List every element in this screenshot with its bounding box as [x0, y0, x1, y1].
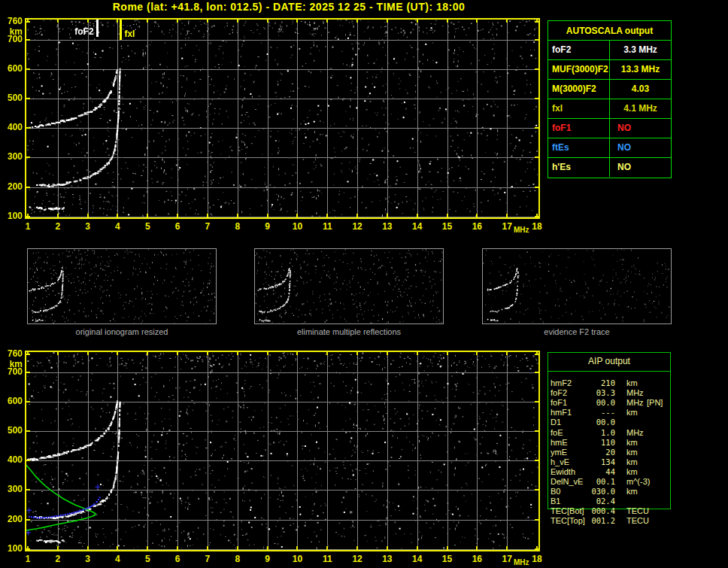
- x-tick-label: 15: [439, 222, 456, 232]
- x-tick-label: 8: [229, 554, 246, 564]
- x-tick-label: 10: [289, 222, 305, 232]
- autoscala-row-ftes: ftEsNO: [548, 138, 671, 157]
- x-tick-label: 4: [109, 554, 126, 564]
- aip-row-unit: km: [626, 457, 638, 467]
- aip-row-ewidth: Ewidth44km: [548, 467, 675, 477]
- autoscala-output-window: Rome (lat: +41.8, lon: 012.5) - DATE: 20…: [0, 0, 728, 568]
- x-tick-label: 7: [199, 554, 216, 564]
- x-tick-label: 13: [379, 554, 396, 564]
- x-tick-label: 14: [409, 222, 426, 232]
- x-tick-label: 16: [469, 222, 485, 232]
- aip-row-yme: ymE20km: [548, 448, 675, 457]
- x-tick-label: 3: [80, 554, 96, 564]
- autoscala-row-label: M(3000)F2: [548, 80, 610, 99]
- autoscala-row-label: fxI: [548, 99, 610, 118]
- thumb-original-ionogram: [27, 248, 217, 324]
- aip-panel-header: AIP output: [548, 356, 671, 366]
- aip-row-value: 00.1: [575, 477, 615, 487]
- x-tick-label: 17: [499, 554, 515, 564]
- aip-row-deln-ve: DelN_vE00.1m^(-3): [548, 477, 675, 487]
- aip-row-value: 03.3: [575, 388, 615, 398]
- x-tick-label: 18: [529, 222, 545, 232]
- aip-row-fof1: foF100.0MHz[PN]: [548, 398, 675, 408]
- autoscala-row-label: MUF(3000)F2: [548, 60, 610, 79]
- x-tick-label: 3: [80, 222, 96, 232]
- thumb-eliminate-reflections: [254, 248, 444, 324]
- aip-row-fof2: foF203.3MHz: [548, 388, 675, 398]
- x-tick-label: 10: [289, 554, 305, 564]
- x-tick-label: 8: [229, 222, 246, 232]
- y-tick-label: 760: [0, 349, 23, 359]
- aip-header-divider: [548, 371, 671, 372]
- autoscala-row-value: NO: [610, 119, 671, 138]
- aip-row-tec-bot-: TEC[Bot]000.4TECU: [548, 506, 675, 516]
- thumb-original-canvas: [28, 249, 216, 323]
- aip-row-value: 001.2: [575, 516, 615, 526]
- x-tick-label: 18: [529, 554, 545, 564]
- aip-row-d1: D100.0: [548, 418, 675, 427]
- x-tick-label: 6: [169, 222, 186, 232]
- aip-row-label: B0: [551, 487, 560, 497]
- aip-row-value: 44: [575, 467, 615, 477]
- autoscala-row-label: ftEs: [548, 138, 610, 157]
- autoscala-row-muf-3000-f2: MUF(3000)F213.3 MHz: [548, 59, 671, 79]
- fxi-marker-label: fxI: [124, 29, 135, 38]
- aip-row-label: B1: [551, 497, 560, 506]
- aip-row-foe: foE1.0MHz: [548, 428, 675, 438]
- x-axis-unit-label: MHz: [514, 558, 529, 566]
- x-tick-label: 15: [439, 554, 456, 564]
- aip-row-unit: km: [626, 448, 638, 457]
- autoscala-row-fof2: foF23.3 MHz: [548, 40, 671, 59]
- fof2-marker-label: foF2: [64, 27, 94, 36]
- aip-row-label: ymE: [551, 448, 567, 457]
- autoscala-row-fxi: fxI4.1 MHz: [548, 99, 671, 118]
- x-tick-label: 14: [409, 554, 426, 564]
- aip-row-unit: m^(-3): [626, 477, 650, 487]
- aip-row-label: hmF2: [551, 378, 572, 388]
- aip-row-label: hmE: [551, 438, 568, 448]
- aip-row-label: foF1: [551, 398, 567, 408]
- y-tick-label: 300: [0, 152, 23, 162]
- aip-row-unit: TECU: [626, 516, 649, 526]
- thumb-evidence-canvas: [483, 249, 671, 323]
- aip-row-value: 00.0: [575, 418, 615, 427]
- thumb-evidence-caption: evidence F2 trace: [482, 327, 672, 336]
- thumb-eliminate-caption: eliminate multiple reflections: [254, 327, 444, 336]
- x-tick-label: 7: [199, 222, 216, 232]
- y-tick-label: 500: [0, 426, 23, 436]
- x-tick-label: 9: [259, 222, 276, 232]
- aip-row-unit: MHz: [626, 388, 644, 398]
- aip-row-value: 000.4: [575, 506, 615, 516]
- aip-row-value: 030.0: [575, 487, 615, 497]
- autoscala-row-value: NO: [610, 138, 671, 157]
- autoscala-row-label: foF2: [548, 41, 610, 59]
- aip-row-label: D1: [551, 418, 561, 427]
- autoscala-row-value: 3.3 MHz: [610, 41, 671, 59]
- x-tick-label: 13: [379, 222, 396, 232]
- aip-row-unit: MHz: [626, 428, 644, 438]
- top-ionogram-canvas: [25, 18, 540, 219]
- autoscala-row-m-3000-f2: M(3000)F24.03: [548, 79, 671, 99]
- y-tick-label: 700: [0, 367, 23, 377]
- autoscala-row-label: h'Es: [548, 158, 610, 177]
- x-tick-label: 12: [349, 554, 366, 564]
- x-tick-label: 9: [259, 554, 276, 564]
- aip-row-value: 02.4: [575, 497, 615, 506]
- y-tick-label: 600: [0, 64, 23, 74]
- aip-row-extra: [PN]: [647, 398, 663, 408]
- x-tick-label: 17: [499, 222, 515, 232]
- autoscala-row-value: 13.3 MHz: [610, 60, 671, 79]
- y-tick-label: 200: [0, 182, 23, 192]
- y-tick-label: 200: [0, 515, 23, 524]
- autoscala-row-fof1: foF1NO: [548, 118, 671, 138]
- autoscala-output-table: AUTOSCALA output foF23.3 MHzMUF(3000)F21…: [548, 20, 672, 178]
- autoscala-row-value: NO: [610, 158, 671, 177]
- x-tick-label: 11: [319, 222, 335, 232]
- autoscala-row-label: foF1: [548, 119, 610, 138]
- aip-row-unit: km: [626, 467, 638, 477]
- aip-row-unit: km: [626, 487, 638, 497]
- aip-row-hme: hmE110km: [548, 438, 675, 448]
- y-tick-label: 400: [0, 455, 23, 465]
- y-tick-label: 500: [0, 93, 23, 103]
- aip-row-value: 00.0: [575, 398, 615, 408]
